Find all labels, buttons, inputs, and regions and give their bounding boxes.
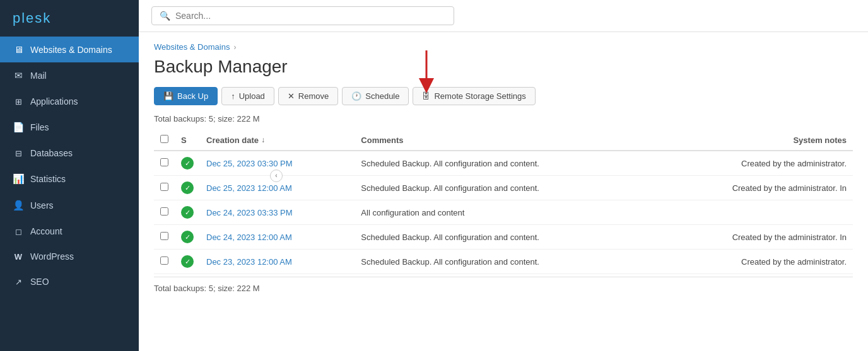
applications-icon: ⊞ [13,97,24,106]
backup-label: Back Up [177,91,208,101]
upload-button[interactable]: ↑ Upload [221,87,274,105]
status-ok-icon: ✓ [181,181,194,194]
monitor-icon: 🖥 [13,44,24,55]
app-logo: plesk [0,0,139,37]
row-checkbox[interactable] [160,158,168,166]
table-header-row: S Creation date ↓ Comments System notes [154,130,853,151]
sidebar-item-wordpress[interactable]: W WordPress [0,244,139,269]
date-link[interactable]: Dec 25, 2023 12:00 AM [206,183,292,193]
date-link[interactable]: Dec 23, 2023 12:00 AM [206,257,292,267]
sidebar-collapse-button[interactable]: ‹ [270,170,283,182]
row-checkbox-cell [154,225,175,250]
row-checkbox-cell [154,250,175,274]
row-status: ✓ [175,225,200,250]
sidebar-item-databases[interactable]: ⊟ Databases [0,141,139,166]
sidebar-item-account[interactable]: ◻ Account [0,219,139,244]
remove-button[interactable]: ✕ Remove [278,87,338,105]
table-row: ✓ Dec 23, 2023 12:00 AM Scheduled Backup… [154,250,853,274]
breadcrumb-separator: › [233,43,236,52]
row-checkbox[interactable] [160,256,168,265]
table-row: ✓ Dec 24, 2023 03:33 PM All configuratio… [154,200,853,225]
upload-icon: ↑ [231,91,235,101]
schedule-icon: 🕐 [351,91,361,101]
backup-table: S Creation date ↓ Comments System notes [154,130,853,274]
th-creation-date[interactable]: Creation date ↓ [200,130,355,151]
status-ok-icon: ✓ [181,231,194,243]
row-comments: Scheduled Backup. All configuration and … [355,250,654,274]
th-status: S [175,130,200,151]
sidebar-item-label: Users [30,200,54,210]
table-row: ✓ Dec 25, 2023 12:00 AM Scheduled Backup… [154,176,853,200]
users-icon: 👤 [13,200,24,211]
row-comments: Scheduled Backup. All configuration and … [355,225,654,250]
sidebar: plesk 🖥 Websites & Domains ✉ Mail ⊞ Appl… [0,0,139,351]
page-title: Backup Manager [154,57,853,77]
date-link[interactable]: Dec 25, 2023 03:30 PM [206,159,293,168]
sidebar-item-label: Account [30,226,62,236]
status-ok-icon: ✓ [181,255,194,268]
row-system-notes: Created by the administrator. In [654,225,853,250]
backup-button[interactable]: 💾 Back Up [154,87,218,105]
backup-icon: 💾 [163,91,173,101]
summary-bottom: Total backups: 5; size: 222 M [154,277,853,296]
row-checkbox[interactable] [160,207,168,216]
statistics-icon: 📊 [13,173,24,185]
remove-label: Remove [298,91,329,101]
table-row: ✓ Dec 24, 2023 12:00 AM Scheduled Backup… [154,225,853,250]
row-system-notes [654,200,853,225]
search-box[interactable]: 🔍 [151,6,454,25]
table-row: ✓ Dec 25, 2023 03:30 PM Scheduled Backup… [154,151,853,176]
row-date: Dec 24, 2023 03:33 PM [200,200,355,225]
remote-storage-icon: 🗄 [422,91,430,101]
select-all-checkbox[interactable] [160,135,168,143]
sort-arrow-icon: ↓ [261,135,265,144]
sidebar-item-mail[interactable]: ✉ Mail [0,62,139,89]
sidebar-item-files[interactable]: 📄 Files [0,114,139,141]
row-checkbox[interactable] [160,232,168,240]
logo-text: plesk [13,10,51,26]
row-comments: Scheduled Backup. All configuration and … [355,176,654,200]
sidebar-item-seo[interactable]: ↗ SEO [0,269,139,294]
remove-icon: ✕ [288,91,295,101]
row-checkbox[interactable] [160,183,168,191]
sidebar-item-label: Files [30,122,49,132]
files-icon: 📄 [13,122,24,133]
schedule-button[interactable]: 🕐 Schedule [342,87,409,105]
toolbar: 💾 Back Up ↑ Upload ✕ Remove 🕐 Schedule 🗄… [154,87,853,105]
sidebar-item-label: WordPress [30,251,74,262]
seo-icon: ↗ [13,277,24,287]
row-system-notes: Created by the administrator. [654,151,853,176]
search-icon: 🔍 [160,11,170,21]
sidebar-item-label: Mail [30,71,47,81]
main-content: 🔍 Websites & Domains › Backup Manager [139,0,868,351]
breadcrumb-link[interactable]: Websites & Domains [154,42,230,52]
sidebar-item-label: SEO [30,277,49,287]
search-input[interactable] [175,11,446,21]
row-system-notes: Created by the administrator. In [654,176,853,200]
remote-storage-label: Remote Storage Settings [434,91,525,101]
row-date: Dec 23, 2023 12:00 AM [200,250,355,274]
row-status: ✓ [175,176,200,200]
row-checkbox-cell [154,176,175,200]
schedule-label: Schedule [365,91,399,101]
row-checkbox-cell [154,200,175,225]
row-status: ✓ [175,250,200,274]
row-comments: Scheduled Backup. All configuration and … [355,151,654,176]
sidebar-item-users[interactable]: 👤 Users [0,192,139,219]
remote-storage-button[interactable]: 🗄 Remote Storage Settings [413,87,535,105]
date-link[interactable]: Dec 24, 2023 03:33 PM [206,208,293,217]
summary-top: Total backups: 5; size: 222 M [154,114,853,124]
sidebar-item-statistics[interactable]: 📊 Statistics [0,166,139,192]
databases-icon: ⊟ [13,149,24,158]
sidebar-item-websites-domains[interactable]: 🖥 Websites & Domains [0,37,139,62]
status-ok-icon: ✓ [181,206,194,219]
sidebar-item-label: Websites & Domains [30,45,112,55]
sidebar-item-applications[interactable]: ⊞ Applications [0,89,139,114]
breadcrumb: Websites & Domains › [154,42,853,52]
th-select [154,130,175,151]
date-link[interactable]: Dec 24, 2023 12:00 AM [206,233,292,242]
top-bar: 🔍 [139,0,868,32]
row-comments: All configuration and content [355,200,654,225]
row-system-notes: Created by the administrator. [654,250,853,274]
account-icon: ◻ [13,227,24,236]
